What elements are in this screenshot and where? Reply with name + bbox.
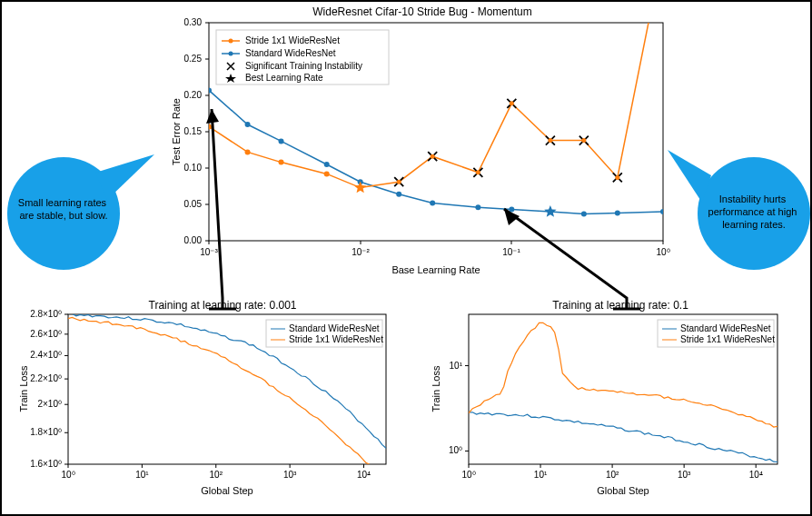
svg-text:0.30: 0.30 [184,17,203,27]
svg-point-53 [229,52,233,56]
svg-text:10¹: 10¹ [534,470,548,480]
svg-text:0.25: 0.25 [184,54,203,64]
bl-ylabel: Train Loss [18,365,29,412]
svg-text:2.4×10⁰: 2.4×10⁰ [30,350,62,360]
svg-text:10²: 10² [606,470,619,480]
svg-point-43 [476,170,480,174]
svg-text:10⁻²: 10⁻² [352,247,370,257]
svg-point-45 [548,138,552,143]
svg-text:10¹: 10¹ [450,361,463,371]
svg-point-46 [581,138,586,143]
svg-point-47 [615,175,619,180]
bl-xlabel: Global Step [201,485,253,496]
svg-text:2.6×10⁰: 2.6×10⁰ [30,329,62,339]
svg-text:Standard WideResNet: Standard WideResNet [245,48,336,58]
svg-text:10³: 10³ [283,470,297,480]
svg-text:1.8×10⁰: 1.8×10⁰ [30,427,62,437]
svg-text:2.2×10⁰: 2.2×10⁰ [30,373,62,383]
svg-point-28 [396,192,401,197]
svg-text:Stride 1x1 WideResNet: Stride 1x1 WideResNet [245,35,340,45]
svg-text:10⁰: 10⁰ [461,470,475,480]
svg-text:Significant Training Instabili: Significant Training Instability [245,61,362,71]
br-yticks: 10⁰10¹ [449,361,469,456]
bl-yticks: 1.6×10⁰1.8×10⁰2×10⁰2.2×10⁰2.4×10⁰2.6×10⁰… [30,309,68,469]
br-ylabel: Train Loss [431,365,441,412]
svg-point-42 [431,154,435,159]
svg-text:2.8×10⁰: 2.8×10⁰ [30,309,62,319]
br-xticks: 10⁰10¹10²10³10⁴ [461,464,762,480]
svg-text:10⁰: 10⁰ [449,445,462,455]
svg-marker-111 [504,209,520,225]
svg-point-44 [510,101,514,105]
arrow-left [159,73,341,345]
svg-point-41 [397,180,401,184]
svg-text:10⁴: 10⁴ [749,470,763,480]
br-series-standard [469,412,777,462]
bl-xticks: 10⁰10¹10²10³10⁴ [61,464,371,480]
svg-text:Stride 1x1 WideResNet: Stride 1x1 WideResNet [680,334,775,344]
svg-point-50 [229,39,233,44]
svg-text:10¹: 10¹ [135,470,149,480]
svg-marker-109 [206,109,219,124]
main-title: WideResnet Cifar-10 Stride Bug - Momentu… [312,5,531,18]
left-annotation-bubble: Small learning rates are stable, but slo… [0,150,154,304]
arrow-right [418,200,654,336]
svg-text:10²: 10² [210,470,223,480]
svg-text:10⁴: 10⁴ [357,470,371,480]
right-annotation-bubble: Instability hurts performance at high le… [668,141,812,291]
svg-text:10⁰: 10⁰ [61,470,74,480]
svg-text:Standard WideResNet: Standard WideResNet [680,323,771,333]
svg-text:10³: 10³ [678,470,691,480]
svg-point-35 [660,209,666,214]
svg-text:2×10⁰: 2×10⁰ [37,399,62,409]
svg-text:1.6×10⁰: 1.6×10⁰ [30,459,62,469]
br-legend: Standard WideResNet Stride 1x1 WideResNe… [658,320,775,347]
br-xlabel: Global Step [597,485,649,496]
